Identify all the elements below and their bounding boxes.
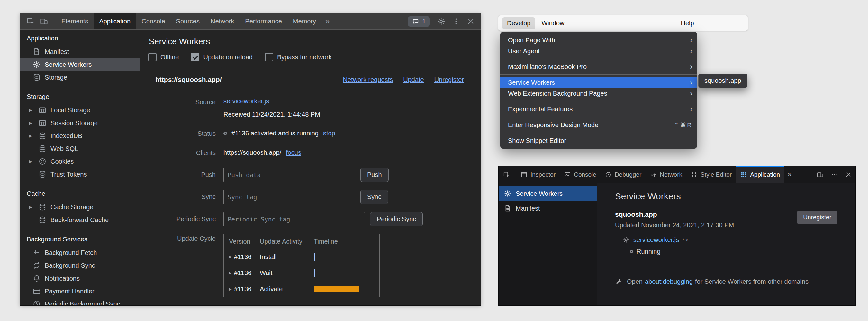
- about-debugging-link[interactable]: about:debugging: [645, 278, 693, 285]
- tab-memory[interactable]: Memory: [287, 13, 321, 29]
- sidebar-item-label: Back-forward Cache: [51, 216, 108, 224]
- panel-title: Service Workers: [140, 30, 480, 46]
- submenu-item-squoosh-app[interactable]: squoosh.app: [704, 77, 741, 84]
- focus-link[interactable]: focus: [286, 149, 301, 156]
- sidebar-item-storage[interactable]: Storage: [20, 71, 140, 84]
- tab-debugger[interactable]: Debugger: [600, 166, 646, 183]
- close-button[interactable]: [841, 166, 856, 183]
- sidebar-item-session-storage[interactable]: ▸ Session Storage: [20, 116, 140, 129]
- bypass-for-network-checkbox[interactable]: Bypass for network: [265, 53, 332, 61]
- menubar-item-help[interactable]: Help: [676, 17, 699, 29]
- tab-application[interactable]: Application: [94, 13, 136, 29]
- sidebar-item-label: Storage: [45, 74, 67, 81]
- periodic-sync-button[interactable]: Periodic Sync: [370, 212, 423, 226]
- menubar-item-window[interactable]: Window: [536, 17, 569, 29]
- sidebar-item-manifest[interactable]: Manifest: [499, 201, 597, 216]
- sidebar-item-notifications[interactable]: Notifications: [20, 272, 140, 285]
- tab-console[interactable]: Console: [136, 13, 170, 29]
- device-toolbar-button[interactable]: [37, 15, 51, 28]
- menu-item-enter-responsive-design-mode[interactable]: Enter Responsive Design Mode ⌃⌘R: [500, 119, 697, 130]
- sidebar-item-service-workers[interactable]: Service Workers: [20, 58, 140, 71]
- expander-icon[interactable]: ▸: [27, 119, 34, 127]
- sidebar-item-background-sync[interactable]: Background Sync: [20, 259, 140, 272]
- meatball-menu-button[interactable]: [827, 166, 841, 183]
- offline-checkbox[interactable]: Offline: [148, 53, 179, 61]
- expander-icon[interactable]: ▸: [226, 285, 234, 292]
- field-label: Status: [155, 129, 216, 137]
- menu-item-macbook-pro[interactable]: Maximiliano's MacBook Pro ›: [500, 61, 697, 72]
- sidebar-item-cache-storage[interactable]: ▸ Cache Storage: [20, 201, 140, 213]
- gear-icon: [437, 17, 445, 26]
- tab-inspector[interactable]: Inspector: [516, 166, 560, 183]
- field-label: Sync: [155, 193, 216, 201]
- sidebar-item-label: Web SQL: [51, 145, 78, 152]
- worker-file-link[interactable]: serviceworker.js: [633, 236, 679, 244]
- menu-item-open-page-with[interactable]: Open Page With ›: [500, 35, 697, 45]
- menubar-item-develop[interactable]: Develop: [502, 17, 535, 29]
- sidebar-item-manifest[interactable]: Manifest: [20, 45, 140, 58]
- kebab-menu-button[interactable]: [449, 15, 463, 28]
- tab-performance[interactable]: Performance: [240, 13, 287, 29]
- menu-item-experimental-features[interactable]: Experimental Features ›: [500, 104, 697, 115]
- checkbox-box[interactable]: [148, 53, 157, 61]
- expander-icon[interactable]: ▸: [226, 253, 234, 260]
- sync-input[interactable]: [223, 190, 355, 204]
- sidebar-item-back-forward-cache[interactable]: Back-forward Cache: [20, 213, 140, 226]
- expander-icon[interactable]: ▸: [27, 204, 34, 211]
- menu-item-user-agent[interactable]: User Agent ›: [500, 45, 697, 57]
- tab-network[interactable]: Network: [646, 166, 686, 183]
- menu-item-show-snippet-editor[interactable]: Show Snippet Editor: [500, 135, 697, 146]
- tab-network[interactable]: Network: [205, 13, 240, 29]
- sidebar-item-background-fetch[interactable]: Background Fetch: [20, 246, 140, 259]
- more-tabs-icon[interactable]: »: [784, 166, 795, 183]
- inspect-element-button[interactable]: [24, 15, 37, 28]
- push-input[interactable]: [223, 168, 355, 182]
- checkbox-box[interactable]: [265, 53, 273, 61]
- tab-sources[interactable]: Sources: [171, 13, 205, 29]
- push-button[interactable]: Push: [361, 168, 389, 182]
- menu-item-web-extension-background-pages[interactable]: Web Extension Background Pages ›: [500, 88, 697, 99]
- update-link[interactable]: Update: [403, 76, 424, 83]
- checkbox-box[interactable]: [191, 53, 199, 61]
- unregister-link[interactable]: Unregister: [434, 76, 464, 83]
- tab-elements[interactable]: Elements: [56, 13, 94, 29]
- sidebar-item-web-sql[interactable]: Web SQL: [20, 142, 140, 155]
- source-file-link[interactable]: serviceworker.js: [223, 98, 269, 105]
- network-requests-link[interactable]: Network requests: [343, 76, 393, 83]
- sidebar-item-label: Background Fetch: [45, 249, 97, 256]
- sync-button[interactable]: Sync: [361, 190, 388, 204]
- sidebar-item-periodic-background-sync[interactable]: Periodic Background Sync: [20, 297, 140, 305]
- expander-icon[interactable]: ▸: [27, 132, 34, 139]
- expander-icon[interactable]: ▸: [27, 158, 34, 165]
- tab-application[interactable]: Application: [736, 166, 784, 183]
- menu-item-service-workers[interactable]: Service Workers ›: [500, 77, 697, 88]
- expander-icon[interactable]: ▸: [27, 107, 34, 114]
- sidebar-item-service-workers[interactable]: Service Workers: [499, 186, 597, 201]
- responsive-design-button[interactable]: [813, 166, 827, 183]
- table-row[interactable]: ▸ #1136 Activate: [224, 281, 379, 297]
- jump-to-debugger-icon[interactable]: ↪: [682, 236, 688, 244]
- timeline-bar-activate: [314, 286, 359, 292]
- settings-button[interactable]: [434, 15, 448, 28]
- update-on-reload-checkbox[interactable]: Update on reload: [191, 53, 252, 61]
- sidebar-item-local-storage[interactable]: ▸ Local Storage: [20, 104, 140, 116]
- stop-link[interactable]: stop: [323, 130, 335, 137]
- more-tabs-icon[interactable]: »: [321, 13, 334, 29]
- expander-icon[interactable]: ▸: [226, 269, 234, 276]
- tab-label: Inspector: [530, 171, 556, 178]
- table-row[interactable]: ▸ #1136 Install: [224, 249, 379, 265]
- pick-element-button[interactable]: [499, 166, 514, 183]
- column-header: Version: [224, 238, 260, 245]
- tab-style-editor[interactable]: Style Editor: [686, 166, 736, 183]
- table-row[interactable]: ▸ #1136 Wait: [224, 265, 379, 281]
- tab-console[interactable]: Console: [560, 166, 600, 183]
- close-icon: [845, 171, 852, 178]
- sidebar-item-payment-handler[interactable]: Payment Handler: [20, 285, 140, 297]
- console-messages-badge[interactable]: 1: [408, 16, 430, 27]
- periodic-sync-input[interactable]: [223, 212, 365, 226]
- unregister-button[interactable]: Unregister: [797, 211, 837, 224]
- sidebar-item-trust-tokens[interactable]: Trust Tokens: [20, 168, 140, 181]
- sidebar-item-cookies[interactable]: ▸ Cookies: [20, 155, 140, 168]
- close-button[interactable]: [464, 15, 477, 28]
- sidebar-item-indexeddb[interactable]: ▸ IndexedDB: [20, 129, 140, 142]
